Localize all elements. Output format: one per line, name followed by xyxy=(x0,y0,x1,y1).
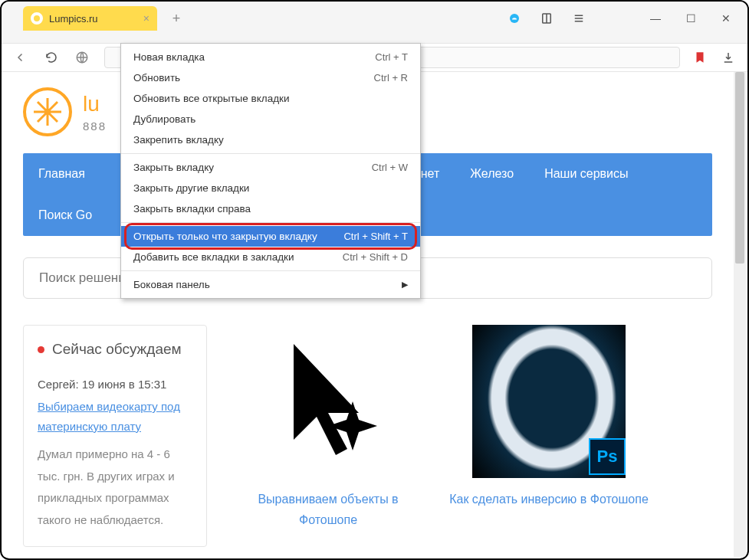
article-card-invert[interactable]: Ps Как сделать инверсию в Фотошопе xyxy=(449,325,649,509)
collections-icon[interactable] xyxy=(531,6,562,31)
window-close-button[interactable]: ✕ xyxy=(709,6,743,31)
bookmark-icon[interactable] xyxy=(689,47,711,68)
ctx-separator xyxy=(121,153,420,154)
scrollbar-thumb[interactable] xyxy=(735,72,744,264)
tab-close-icon[interactable]: × xyxy=(143,12,149,25)
article-card-align[interactable]: Выравниваем объекты в Фотошопе xyxy=(228,325,428,530)
window-controls: — ☐ ✕ xyxy=(639,6,743,31)
ctx-reopen-closed[interactable]: Открыть только что закрытую вкладку Ctrl… xyxy=(121,226,420,247)
ctx-label: Дублировать xyxy=(133,113,195,125)
ctx-label: Обновить все открытые вкладки xyxy=(133,93,290,104)
window-maximize-button[interactable]: ☐ xyxy=(674,6,708,31)
browser-tab[interactable]: Lumpics.ru × xyxy=(23,6,157,31)
ctx-shortcut: Ctrl + Shift + T xyxy=(343,231,408,242)
submenu-arrow-icon: ▶ xyxy=(402,280,408,290)
tab-context-menu: Новая вкладка Ctrl + T Обновить Ctrl + R… xyxy=(120,43,421,299)
ctx-label: Закрыть другие вкладки xyxy=(133,182,249,194)
downloads-button[interactable] xyxy=(715,46,741,69)
discussion-title-text: Сейчас обсуждаем xyxy=(52,341,182,358)
svg-point-4 xyxy=(44,109,51,115)
discussion-title: Сейчас обсуждаем xyxy=(38,341,192,358)
ctx-sidebar[interactable]: Боковая панель ▶ xyxy=(121,274,420,295)
ctx-duplicate[interactable]: Дублировать xyxy=(121,109,420,129)
tab-favicon-icon xyxy=(31,12,43,25)
site-phone: 888 xyxy=(83,120,107,133)
ctx-shortcut: Ctrl + Shift + D xyxy=(343,251,408,263)
ctx-label: Закрыть вкладку xyxy=(133,162,214,173)
ctx-new-tab[interactable]: Новая вкладка Ctrl + T xyxy=(121,47,420,67)
site-info-icon[interactable] xyxy=(69,46,95,69)
site-logo-icon[interactable] xyxy=(23,87,72,136)
tab-title: Lumpics.ru xyxy=(49,13,137,25)
new-tab-button[interactable]: + xyxy=(166,8,186,28)
ctx-pin[interactable]: Закрепить вкладку xyxy=(121,129,420,150)
live-dot-icon xyxy=(38,346,44,353)
vertical-scrollbar[interactable] xyxy=(734,72,746,557)
comment-body: Думал примерно на 4 - 6 тыс. грн. В друг… xyxy=(38,444,192,531)
article-thumb-face-icon: Ps xyxy=(472,325,626,478)
ctx-reload[interactable]: Обновить Ctrl + R xyxy=(121,67,420,88)
ctx-separator xyxy=(121,270,420,271)
ctx-label: Боковая панель xyxy=(133,279,210,290)
comment-meta: Сергей: 19 июня в 15:31 xyxy=(38,378,192,391)
ctx-separator xyxy=(121,222,420,223)
back-button[interactable] xyxy=(8,46,34,69)
article-link-align[interactable]: Выравниваем объекты в Фотошопе xyxy=(228,489,428,530)
article-link-invert[interactable]: Как сделать инверсию в Фотошопе xyxy=(449,489,649,509)
nav-google-search[interactable]: Поиск Go xyxy=(23,195,130,236)
ctx-shortcut: Ctrl + W xyxy=(372,162,408,173)
photoshop-badge-icon: Ps xyxy=(589,438,626,475)
nav-services[interactable]: Наши сервисы xyxy=(529,153,643,195)
ctx-bookmark-all[interactable]: Добавить все вкладки в закладки Ctrl + S… xyxy=(121,247,420,267)
ctx-label: Закрепить вкладку xyxy=(133,134,224,146)
ctx-close-tab[interactable]: Закрыть вкладку Ctrl + W xyxy=(121,157,420,178)
reload-button[interactable] xyxy=(38,46,64,69)
nav-home[interactable]: Главная xyxy=(23,153,100,195)
ctx-label: Добавить все вкладки в закладки xyxy=(133,251,294,263)
ctx-close-right[interactable]: Закрыть вкладки справа xyxy=(121,198,420,219)
window-minimize-button[interactable]: — xyxy=(639,6,672,31)
ctx-label: Закрыть вкладки справа xyxy=(133,203,251,215)
ctx-label: Открыть только что закрытую вкладку xyxy=(133,231,317,242)
ctx-close-others[interactable]: Закрыть другие вкладки xyxy=(121,178,420,198)
article-thumb-cursor-icon xyxy=(251,325,405,478)
discussion-widget: Сейчас обсуждаем Сергей: 19 июня в 15:31… xyxy=(23,325,207,547)
ctx-label: Обновить xyxy=(133,72,180,84)
ctx-reload-all[interactable]: Обновить все открытые вкладки xyxy=(121,88,420,109)
ctx-shortcut: Ctrl + T xyxy=(375,51,408,63)
ctx-label: Новая вкладка xyxy=(133,51,205,63)
menu-icon[interactable] xyxy=(563,6,594,31)
comment-link[interactable]: Выбираем видеокарту под материнскую плат… xyxy=(38,397,192,436)
extension-tray xyxy=(499,6,594,31)
weather-extension-icon[interactable] xyxy=(499,6,530,31)
nav-hardware[interactable]: Железо xyxy=(455,153,529,195)
browser-titlebar: Lumpics.ru × + — ☐ ✕ xyxy=(2,2,747,43)
site-name: lu xyxy=(83,92,107,116)
ctx-shortcut: Ctrl + R xyxy=(374,72,408,84)
